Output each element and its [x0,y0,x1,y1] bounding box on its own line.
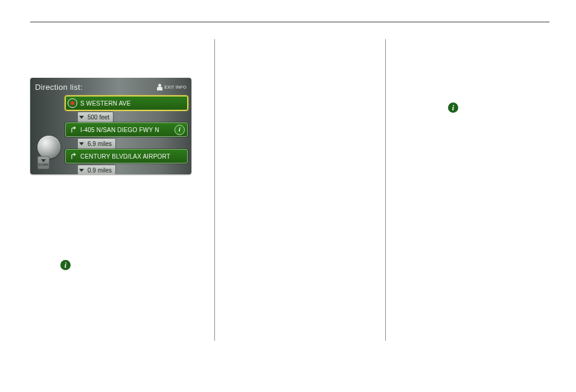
down-arrow-icon [79,116,84,119]
direction-list-panel: Direction list: EXIT INFO DOWN S WESTERN… [30,78,191,174]
direction-row[interactable]: CENTURY BLVD/LAX AIRPORT [65,149,188,163]
turn-right-icon [67,151,78,162]
distance-row: 6.9 miles [65,138,188,148]
panel-title: Direction list: [35,83,83,92]
down-label: DOWN [38,163,48,166]
direction-text: CENTURY BLVD/LAX AIRPORT [80,153,185,160]
column-divider [214,39,215,341]
distance-row: 0.9 miles [65,165,188,174]
distance-row: 500 feet [65,112,188,121]
exit-info-button[interactable]: EXIT INFO [157,84,187,90]
distance-text: 0.9 miles [88,167,112,174]
panel-header: Direction list: EXIT INFO [35,81,187,92]
direction-row[interactable]: I-405 N/SAN DIEGO FWY N i [65,122,188,137]
turn-right-icon [67,124,78,135]
info-icon: i [448,103,458,113]
down-arrow-icon [79,169,84,172]
current-location-icon [67,98,78,109]
down-arrow-icon [79,142,84,145]
distance-text: 500 feet [88,114,109,121]
info-icon[interactable]: i [174,125,185,135]
scroll-down-button[interactable]: DOWN [37,156,50,169]
knob-area: DOWN [33,95,64,172]
direction-text: I-405 N/SAN DIEGO FWY N [80,127,172,133]
chevron-down-icon [41,159,46,162]
column-divider [385,39,386,341]
rotary-knob[interactable] [37,136,60,159]
direction-row[interactable]: S WESTERN AVE [65,96,188,110]
info-icon: i [60,260,71,270]
direction-text: S WESTERN AVE [80,100,185,107]
horizontal-rule [30,22,549,22]
exit-info-label: EXIT INFO [164,85,187,89]
distance-text: 6.9 miles [88,141,112,147]
direction-rows: S WESTERN AVE 500 feet I-405 N/SAN DIEGO… [65,96,188,174]
person-icon [157,84,162,90]
